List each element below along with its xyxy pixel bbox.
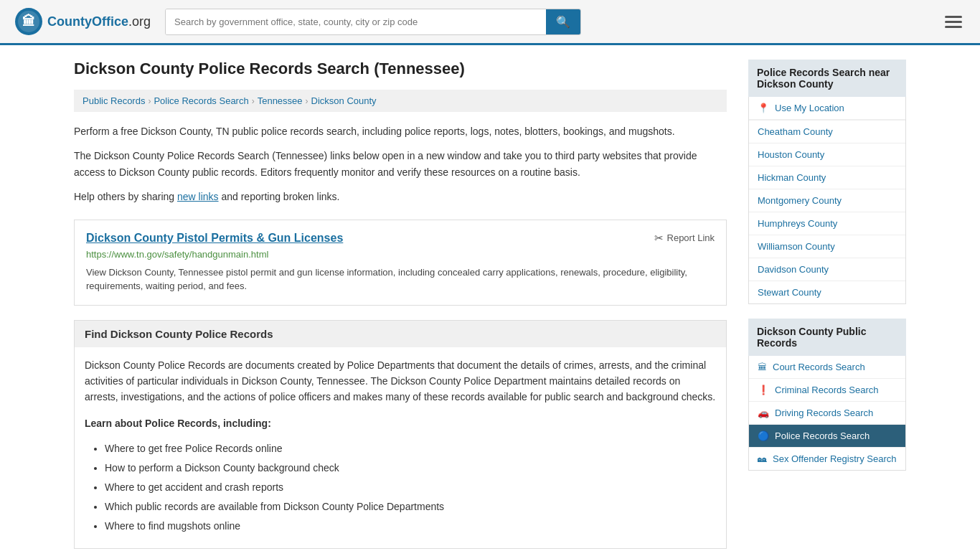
learn-list-item: Which public records are available from … [105,499,716,514]
nearby-county-item: Cheatham County [749,121,905,143]
public-records-item: 🔵Police Records Search [749,425,905,448]
search-bar: 🔍 [165,9,581,35]
breadcrumb-sep: › [306,96,308,106]
search-button[interactable]: 🔍 [546,9,580,34]
svg-text:🏛: 🏛 [22,14,35,29]
learn-label: Learn about Police Records, including: [85,415,716,431]
learn-list: Where to get free Police Records onlineH… [85,441,716,534]
nearby-county-item: Hickman County [749,166,905,189]
public-records-item: ❗Criminal Records Search [749,379,905,402]
hamburger-line [945,21,962,23]
link-url[interactable]: https://www.tn.gov/safety/handgunmain.ht… [86,249,715,260]
find-section-body: Dickson County Police Records are docume… [75,347,726,549]
scissors-icon: ✂ [654,232,664,245]
breadcrumb-sep: › [148,96,151,106]
report-link-label: Report Link [667,232,715,243]
breadcrumb: Public Records › Police Records Search ›… [74,90,727,112]
breadcrumb-public-records[interactable]: Public Records [83,95,145,106]
find-section: Find Dickson County Police Records Dicks… [74,320,727,550]
hamburger-menu-button[interactable] [941,12,966,32]
public-records-label: Sex Offender Registry Search [773,453,896,464]
link-card-header: Dickson County Pistol Permits & Gun Lice… [86,232,715,245]
main-content: Dickson County Police Records Search (Te… [74,60,727,549]
public-records-link[interactable]: 🚗Driving Records Search [749,402,905,424]
public-records-link[interactable]: 🔵Police Records Search [749,425,905,447]
sidebar: Police Records Search near Dickson Count… [748,60,906,549]
nearby-county-link[interactable]: Davidson County [749,258,905,281]
public-records-link[interactable]: 🏛Court Records Search [749,356,905,378]
learn-list-item: How to perform a Dickson County backgrou… [105,461,716,476]
desc-para-1: Perform a free Dickson County, TN public… [74,123,727,139]
public-records-item: 🏛Court Records Search [749,356,905,379]
nearby-county-link[interactable]: Cheatham County [749,121,905,143]
nearby-section: Police Records Search near Dickson Count… [748,60,906,304]
nearby-list: 📍 Use My Location Cheatham CountyHouston… [748,97,906,304]
use-location-label: Use My Location [775,103,844,113]
public-records-icon: ❗ [758,385,769,395]
breadcrumb-sep: › [252,96,255,106]
public-records-link[interactable]: ❗Criminal Records Search [749,379,905,401]
use-my-location-item: 📍 Use My Location [749,97,905,121]
nearby-county-link[interactable]: Stewart County [749,281,905,303]
desc-pre: Help others by sharing [74,191,177,202]
page-title: Dickson County Police Records Search (Te… [74,60,727,78]
public-records-label: Driving Records Search [775,408,873,418]
learn-list-item: Where to get accident and crash reports [105,480,716,495]
breadcrumb-tennessee[interactable]: Tennessee [258,95,303,106]
logo-text: CountyOffice.org [47,14,151,29]
page-description: Perform a free Dickson County, TN public… [74,123,727,205]
nearby-county-link[interactable]: Williamson County [749,235,905,258]
desc-post: and reporting broken links. [219,191,340,202]
desc-para-3: Help others by sharing new links and rep… [74,189,727,204]
nearby-county-item: Davidson County [749,258,905,281]
report-link-button[interactable]: ✂ Report Link [654,232,715,245]
logo-link[interactable]: 🏛 CountyOffice.org [14,7,151,36]
breadcrumb-dickson-county[interactable]: Dickson County [311,95,377,106]
nearby-county-item: Humphreys County [749,212,905,235]
public-records-label: Court Records Search [773,362,865,372]
find-section-body-text: Dickson County Police Records are docume… [85,357,716,405]
public-records-label: Police Records Search [775,430,870,441]
nearby-county-link[interactable]: Montgomery County [749,189,905,212]
desc-para-2: The Dickson County Police Records Search… [74,148,727,180]
search-input[interactable] [166,9,546,34]
learn-list-item: Where to get free Police Records online [105,441,716,456]
link-desc: View Dickson County, Tennessee pistol pe… [86,265,715,293]
public-records-section: Dickson County Public Records 🏛Court Rec… [748,319,906,471]
link-card: Dickson County Pistol Permits & Gun Lice… [74,220,727,306]
nearby-county-item: Houston County [749,143,905,166]
nearby-county-item: Montgomery County [749,189,905,212]
public-records-item: 🏘Sex Offender Registry Search [749,448,905,470]
nearby-county-link[interactable]: Houston County [749,143,905,166]
breadcrumb-police-records-search[interactable]: Police Records Search [154,95,248,106]
logo-icon: 🏛 [14,7,43,36]
nearby-county-link[interactable]: Humphreys County [749,212,905,235]
public-records-label: Criminal Records Search [775,385,879,395]
nearby-header: Police Records Search near Dickson Count… [748,60,906,97]
site-header: 🏛 CountyOffice.org 🔍 [0,0,980,45]
find-section-header: Find Dickson County Police Records [75,321,726,347]
public-records-list: 🏛Court Records Search❗Criminal Records S… [748,356,906,471]
public-records-icon: 🏛 [758,362,767,372]
public-records-item: 🚗Driving Records Search [749,402,905,425]
public-records-header: Dickson County Public Records [748,319,906,356]
location-icon: 📍 [758,103,769,113]
page-container: Dickson County Police Records Search (Te… [60,45,920,551]
new-links-link[interactable]: new links [177,191,219,202]
nearby-county-link[interactable]: Hickman County [749,166,905,189]
public-records-icon: 🚗 [758,408,769,418]
public-records-link[interactable]: 🏘Sex Offender Registry Search [749,448,905,470]
use-location-link[interactable]: 📍 Use My Location [749,97,905,120]
hamburger-line [945,26,962,28]
nearby-county-item: Stewart County [749,281,905,303]
public-records-icon: 🔵 [758,430,769,441]
link-card-title[interactable]: Dickson County Pistol Permits & Gun Lice… [86,232,343,245]
nearby-county-item: Williamson County [749,235,905,258]
public-records-icon: 🏘 [758,453,767,464]
learn-list-item: Where to find mugshots online [105,519,716,534]
hamburger-line [945,16,962,18]
